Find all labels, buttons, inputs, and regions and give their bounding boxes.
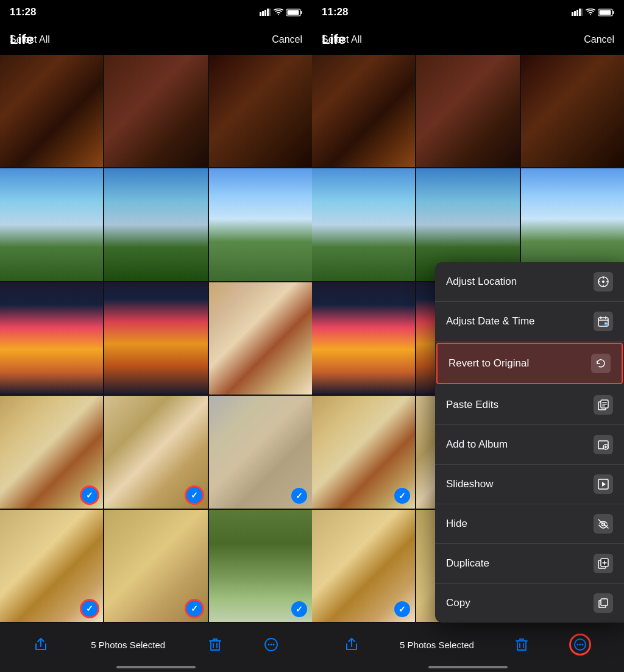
photo-cell-13[interactable]: ✓ <box>0 510 103 622</box>
svg-rect-15 <box>574 11 576 16</box>
photo-cell-r1[interactable] <box>312 55 415 167</box>
svg-rect-0 <box>260 12 261 16</box>
photo-cell-11[interactable]: ✓ <box>104 396 207 508</box>
battery-icon <box>286 9 302 16</box>
adjust-location-label: Adjust Location <box>446 276 517 288</box>
copy-label: Copy <box>446 597 470 609</box>
svg-point-12 <box>271 644 272 646</box>
photo-cell-12[interactable]: ✓ <box>209 396 312 508</box>
selection-check-r13[interactable]: ✓ <box>394 601 410 617</box>
svg-point-46 <box>602 523 605 526</box>
signal-icon-right <box>572 9 583 16</box>
more-btn-left[interactable] <box>264 638 278 651</box>
trash-icon-right <box>516 638 528 651</box>
svg-rect-14 <box>572 12 573 16</box>
svg-rect-39 <box>602 406 605 407</box>
menu-item-copy[interactable]: Copy <box>435 584 624 623</box>
svg-point-27 <box>602 281 604 283</box>
delete-btn-right[interactable] <box>516 638 528 651</box>
photo-cell-10[interactable]: ✓ <box>0 396 103 508</box>
adjust-datetime-label: Adjust Date & Time <box>446 315 535 327</box>
photo-cell-2[interactable] <box>104 55 207 167</box>
svg-rect-2 <box>264 10 266 16</box>
photo-cell-r10[interactable]: ✓ <box>312 396 415 508</box>
photo-cell-r3[interactable] <box>521 55 624 167</box>
svg-point-55 <box>576 644 578 646</box>
duplicate-label: Duplicate <box>446 557 489 570</box>
selection-check-15[interactable]: ✓ <box>291 601 307 617</box>
selected-count-left: 5 Photos Selected <box>91 640 165 650</box>
wifi-icon <box>274 9 283 16</box>
svg-rect-1 <box>262 11 264 16</box>
svg-rect-16 <box>576 10 578 16</box>
share-btn-right[interactable] <box>345 638 358 651</box>
photo-cell-r2[interactable] <box>416 55 519 167</box>
photo-cell-8[interactable] <box>104 282 207 395</box>
photo-cell-7[interactable] <box>0 282 103 395</box>
svg-rect-7 <box>288 10 299 15</box>
selection-check-10[interactable]: ✓ <box>80 485 99 505</box>
cancel-btn-left[interactable]: Cancel <box>272 34 302 45</box>
photo-cell-3[interactable] <box>209 55 312 167</box>
share-btn-left[interactable] <box>34 638 48 651</box>
status-bar-right: 11:28 <box>312 0 624 24</box>
photo-cell-14[interactable]: ✓ <box>104 510 207 622</box>
revert-label: Revert to Original <box>448 357 529 370</box>
photo-cell-1[interactable] <box>0 55 103 167</box>
photo-cell-r7[interactable] <box>312 282 415 395</box>
share-icon-right <box>345 638 358 651</box>
right-panel: 11:28 Select All Cance <box>312 0 624 672</box>
copy-icon <box>594 593 613 613</box>
svg-marker-45 <box>602 482 606 487</box>
paste-edits-label: Paste Edits <box>446 399 498 411</box>
photo-grid-left: ✓ ✓ ✓ ✓ ✓ ✓ <box>0 55 312 623</box>
photo-cell-15[interactable]: ✓ <box>209 510 312 622</box>
share-icon <box>34 638 48 651</box>
bottom-toolbar-left: 5 Photos Selected <box>0 623 312 672</box>
photo-cell-9[interactable] <box>209 282 312 395</box>
menu-item-adjust-datetime[interactable]: Adjust Date & Time <box>435 302 624 341</box>
svg-rect-6 <box>301 11 302 14</box>
slideshow-label: Slideshow <box>446 478 494 490</box>
context-menu: Adjust Location Adjust Date & Time <box>435 262 624 623</box>
album-title-right: Life <box>322 32 346 48</box>
selection-check-13[interactable]: ✓ <box>80 599 99 618</box>
time-right: 11:28 <box>322 6 348 18</box>
status-icons-right <box>572 9 614 16</box>
svg-point-13 <box>273 644 275 646</box>
adjust-location-icon <box>594 272 613 291</box>
menu-item-revert[interactable]: Revert to Original <box>436 343 623 384</box>
menu-item-hide[interactable]: Hide <box>435 504 624 544</box>
selection-check-14[interactable]: ✓ <box>185 599 204 618</box>
selection-check-11[interactable]: ✓ <box>185 485 204 505</box>
menu-item-add-album[interactable]: Add to Album <box>435 425 624 465</box>
svg-point-57 <box>581 644 583 646</box>
top-nav-left: Select All Cancel <box>0 24 312 55</box>
menu-item-duplicate[interactable]: Duplicate <box>435 544 624 584</box>
paste-edits-icon <box>594 395 613 415</box>
add-album-label: Add to Album <box>446 438 508 451</box>
svg-rect-17 <box>579 9 581 16</box>
selection-check-r10[interactable]: ✓ <box>394 488 410 504</box>
left-panel: 11:28 Select All Cance <box>0 0 312 672</box>
menu-item-adjust-location[interactable]: Adjust Location <box>435 262 624 302</box>
photo-cell-6[interactable] <box>209 168 312 281</box>
menu-item-slideshow[interactable]: Slideshow <box>435 465 624 504</box>
bottom-toolbar-right: 5 Photos Selected <box>312 623 624 672</box>
photo-cell-4[interactable] <box>0 168 103 281</box>
status-icons-left <box>260 9 302 16</box>
selection-check-12[interactable]: ✓ <box>291 488 307 504</box>
home-indicator-left <box>116 666 196 668</box>
photo-cell-r13[interactable]: ✓ <box>312 510 415 622</box>
delete-btn-left[interactable] <box>209 638 221 651</box>
menu-item-paste-edits[interactable]: Paste Edits <box>435 385 624 425</box>
dots-icon-right <box>574 638 586 651</box>
photo-cell-r4[interactable] <box>312 168 415 281</box>
cancel-btn-right[interactable]: Cancel <box>584 34 614 45</box>
trash-icon-left <box>209 638 221 651</box>
svg-rect-4 <box>269 9 271 16</box>
photo-cell-5[interactable] <box>104 168 207 281</box>
selected-count-right: 5 Photos Selected <box>400 640 474 650</box>
more-btn-right[interactable] <box>569 634 591 656</box>
svg-rect-37 <box>602 402 607 403</box>
